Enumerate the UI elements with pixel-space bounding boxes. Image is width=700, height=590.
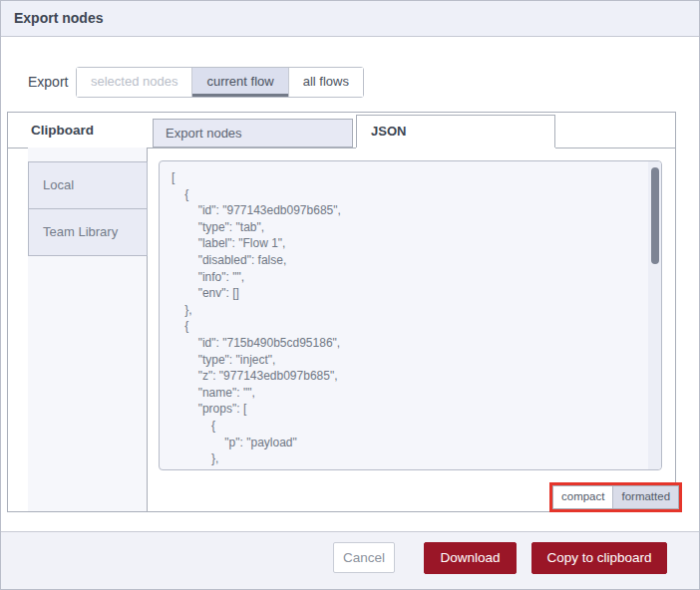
json-textarea[interactable]: [ { "id": "977143edb097b685", "type": "t… <box>159 160 662 470</box>
sidebar-item-team-library[interactable]: Team Library <box>28 208 148 256</box>
json-line: "disabled": false, <box>172 252 648 269</box>
export-scope-label: Export <box>28 74 68 90</box>
format-toggle-group: compact formatted <box>552 485 679 509</box>
json-line: { <box>172 318 648 335</box>
tab-export-nodes[interactable]: Export nodes <box>153 119 353 148</box>
scope-option-selected-nodes[interactable]: selected nodes <box>77 68 191 97</box>
cancel-button[interactable]: Cancel <box>333 542 395 573</box>
dialog-header: Export nodes <box>1 1 699 37</box>
json-code: [ { "id": "977143edb097b685", "type": "t… <box>160 161 648 469</box>
download-button[interactable]: Download <box>424 542 517 574</box>
scrollbar[interactable] <box>648 161 661 469</box>
json-line: "info": "", <box>172 269 648 286</box>
export-dialog: Export nodes Export selected nodes curre… <box>0 0 700 590</box>
json-line: }, <box>172 450 648 467</box>
json-line: }, <box>172 302 648 319</box>
dialog-title: Export nodes <box>14 10 103 26</box>
sidebar-item-local[interactable]: Local <box>28 161 148 209</box>
json-line: "props": [ <box>172 401 648 418</box>
json-line: "env": [] <box>172 285 648 302</box>
annotation-highlight: compact formatted <box>549 482 682 512</box>
json-line: "id": "715b490b5cd95186", <box>172 335 648 352</box>
json-line: "label": "Flow 1", <box>172 235 648 252</box>
scrollbar-thumb[interactable] <box>651 167 659 264</box>
scope-option-current-flow[interactable]: current flow <box>191 68 287 97</box>
json-line: "id": "977143edb097b685", <box>172 202 648 219</box>
json-line: { <box>172 186 648 203</box>
export-panel: Clipboard Export nodes JSON Local Team L… <box>7 112 676 512</box>
json-line: "type": "inject", <box>172 352 648 369</box>
export-scope-group: selected nodes current flow all flows <box>76 67 364 98</box>
json-line: "z": "977143edb097b685", <box>172 368 648 385</box>
tabbar-divider <box>555 148 675 148</box>
tab-json[interactable]: JSON <box>356 115 555 148</box>
json-line: "type": "tab", <box>172 219 648 236</box>
copy-to-clipboard-button[interactable]: Copy to clipboard <box>531 542 667 574</box>
clipboard-section-label: Clipboard <box>31 113 94 148</box>
json-line: [ <box>172 169 648 186</box>
json-line: "name": "", <box>172 385 648 402</box>
json-line: "p": "payload" <box>172 435 648 451</box>
format-compact-button[interactable]: compact <box>553 486 612 508</box>
dialog-footer: Cancel Download Copy to clipboard <box>1 531 699 589</box>
json-line: { <box>172 418 648 435</box>
scope-option-all-flows[interactable]: all flows <box>288 68 363 97</box>
format-formatted-button[interactable]: formatted <box>612 486 678 508</box>
